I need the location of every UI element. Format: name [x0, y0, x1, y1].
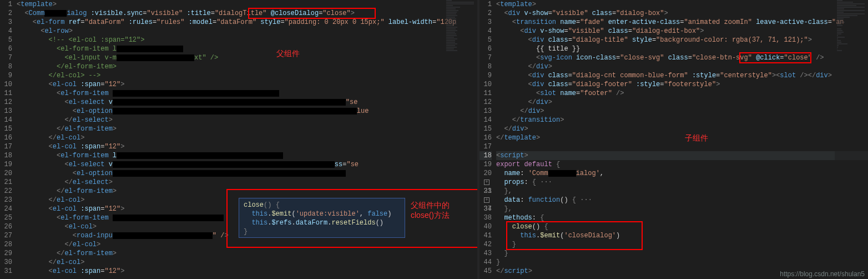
line-number[interactable]: 18 — [480, 151, 492, 160]
line-gutter-left[interactable]: 1234567891011121314151617181920212223242… — [0, 0, 17, 276]
line-number[interactable]: 28 — [0, 240, 12, 249]
code-line[interactable]: <transition name="fade" enter-active-cla… — [496, 18, 868, 27]
line-number[interactable]: 10 — [480, 80, 492, 89]
code-line[interactable]: <template> — [496, 0, 868, 9]
line-number[interactable]: 9 — [480, 71, 492, 80]
line-number[interactable]: 17 — [0, 142, 12, 151]
line-number[interactable]: 29 — [0, 249, 12, 258]
line-number[interactable]: 20 — [480, 169, 492, 178]
line-number[interactable]: 26 — [0, 222, 12, 231]
code-line[interactable]: <div class="dialog-footer" :style="foote… — [496, 80, 868, 89]
line-number[interactable]: 12 — [480, 98, 492, 107]
line-number[interactable]: +21 — [480, 178, 492, 187]
line-number[interactable]: 16 — [480, 133, 492, 142]
line-number[interactable]: 31 — [0, 267, 12, 276]
code-line[interactable]: <script> — [496, 151, 868, 160]
line-number[interactable]: 7 — [480, 53, 492, 62]
code-line[interactable]: </el-form-item> — [17, 124, 477, 133]
line-number[interactable]: 25 — [0, 213, 12, 222]
line-number[interactable]: 45 — [480, 267, 492, 276]
line-number[interactable]: 4 — [0, 27, 12, 36]
line-number[interactable]: 44 — [480, 258, 492, 267]
code-line[interactable]: </div> — [496, 107, 868, 116]
code-line[interactable]: <slot name="footer" /> — [496, 89, 868, 98]
line-number[interactable]: 33 — [480, 187, 492, 196]
line-number[interactable]: 6 — [480, 44, 492, 53]
code-line[interactable]: this.$emit('closeDialog') — [496, 231, 868, 240]
minimap-left[interactable] — [444, 0, 477, 279]
line-number[interactable]: 2 — [480, 9, 492, 18]
code-line[interactable]: close() { — [496, 222, 868, 231]
code-line[interactable]: </el-select> — [17, 178, 477, 187]
line-number[interactable]: 19 — [480, 160, 492, 169]
line-number[interactable]: 3 — [480, 18, 492, 27]
line-number[interactable]: 7 — [0, 53, 12, 62]
line-number[interactable]: 12 — [0, 98, 12, 107]
editor-pane-right[interactable]: 1234567891011121314151617181920+2133+343… — [480, 0, 868, 279]
line-number[interactable]: 14 — [0, 116, 12, 124]
code-line[interactable]: <el-form-item — [17, 89, 477, 98]
code-line[interactable]: } — [496, 240, 868, 249]
line-number[interactable]: 43 — [480, 249, 492, 258]
code-line[interactable]: <el-col :span="12"> — [17, 267, 477, 276]
code-line[interactable]: <Commialog :visible.sync="visible" :titl… — [17, 9, 477, 18]
code-line[interactable]: <el-select v"se — [17, 98, 477, 107]
line-number[interactable]: 20 — [0, 169, 12, 178]
code-line[interactable]: <el-input v-mxt" /> — [17, 53, 477, 62]
line-number[interactable]: 9 — [0, 71, 12, 80]
line-number[interactable]: 5 — [0, 36, 12, 44]
line-number[interactable]: 27 — [0, 231, 12, 240]
code-line[interactable]: </el-form-item> — [17, 249, 477, 258]
line-number[interactable]: 14 — [480, 116, 492, 124]
line-number[interactable]: 42 — [480, 240, 492, 249]
line-number[interactable]: +34 — [480, 196, 492, 205]
code-line[interactable]: </el-form-item> — [17, 62, 477, 71]
code-line[interactable]: <el-select vss="se — [17, 160, 477, 169]
minimap-right[interactable] — [835, 0, 868, 279]
line-number[interactable]: 2 — [0, 9, 12, 18]
line-number[interactable]: 24 — [0, 205, 12, 213]
line-number[interactable]: 38 — [480, 213, 492, 222]
code-line[interactable]: </template> — [496, 133, 868, 142]
code-line[interactable]: }, — [496, 205, 868, 213]
line-number[interactable]: 23 — [0, 196, 12, 205]
code-line[interactable]: </el-form-item> — [17, 187, 477, 196]
line-number[interactable]: 1 — [0, 0, 12, 9]
line-number[interactable]: 11 — [480, 89, 492, 98]
code-line[interactable]: <div v-show="visible" class="dialog-edit… — [496, 27, 868, 36]
code-area-right[interactable]: <template> <div v-show="visible" class="… — [496, 0, 868, 276]
code-line[interactable]: </div> — [496, 62, 868, 71]
line-number[interactable]: 37 — [480, 205, 492, 213]
code-line[interactable]: data: function() { ··· — [496, 196, 868, 205]
code-line[interactable]: <el-form-item l — [17, 44, 477, 53]
code-line[interactable]: <div class="dialog-title" style="backgro… — [496, 36, 868, 44]
line-number[interactable]: 13 — [480, 107, 492, 116]
line-number[interactable]: 16 — [0, 133, 12, 142]
line-number[interactable]: 30 — [0, 258, 12, 267]
line-number[interactable]: 15 — [0, 124, 12, 133]
code-line[interactable]: <div class="dialog-cnt common-blue-form"… — [496, 71, 868, 80]
line-number[interactable]: 3 — [0, 18, 12, 27]
code-line[interactable]: </el-col> --> — [17, 71, 477, 80]
code-line[interactable]: export default { — [496, 160, 868, 169]
code-line[interactable]: <el-row> — [17, 27, 477, 36]
line-number[interactable]: 18 — [0, 151, 12, 160]
code-line[interactable]: <el-col :span="12"> — [17, 142, 477, 151]
fold-icon[interactable]: + — [484, 180, 489, 185]
code-line[interactable]: name: 'Commialog', — [496, 169, 868, 178]
line-number[interactable]: 41 — [480, 231, 492, 240]
line-gutter-right[interactable]: 1234567891011121314151617181920+2133+343… — [480, 0, 496, 276]
code-line[interactable]: <template> — [17, 0, 477, 9]
code-line[interactable]: <el-form-item l — [17, 151, 477, 160]
code-line[interactable]: <el-option — [17, 169, 477, 178]
fold-icon[interactable]: + — [484, 197, 489, 203]
line-number[interactable]: 17 — [480, 142, 492, 151]
line-number[interactable]: 13 — [0, 107, 12, 116]
code-line[interactable]: props: { ··· — [496, 178, 868, 187]
line-number[interactable]: 4 — [480, 27, 492, 36]
code-line[interactable]: <!-- <el-col :span="12"> — [17, 36, 477, 44]
code-line[interactable]: <el-form ref="dataForm" :rules="rules" :… — [17, 18, 477, 27]
line-number[interactable]: 19 — [0, 160, 12, 169]
code-line[interactable]: <div v-show="visible" class="dialog-box"… — [496, 9, 868, 18]
code-line[interactable]: } — [496, 258, 868, 267]
